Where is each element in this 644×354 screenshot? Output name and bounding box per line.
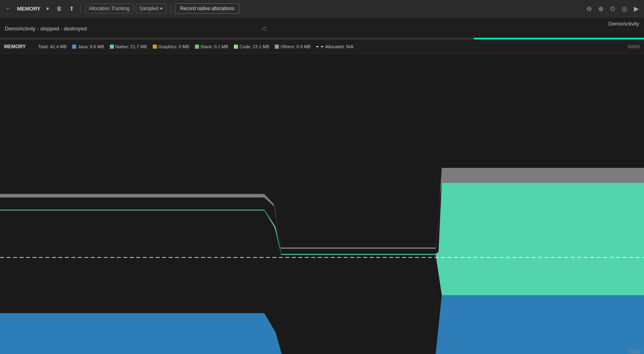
play-button[interactable]: ▶ — [632, 4, 641, 14]
timeline-indicator: ◁ — [261, 25, 266, 32]
stack-label: Stack: 0.1 MB — [201, 44, 228, 49]
legend-stack: Stack: 0.1 MB — [195, 44, 228, 49]
sampled-dropdown[interactable]: Sampled ▾ — [136, 4, 166, 13]
allocated-label: Allocated: N/A — [325, 44, 353, 49]
allocated-dashed-line — [316, 46, 323, 47]
sampled-label: Sampled — [139, 6, 158, 11]
native-color-box — [110, 45, 114, 49]
legend-native: Native: 21.7 MB — [110, 44, 147, 49]
java-label: Java: 6.6 MB — [78, 44, 104, 49]
others-color-box — [275, 45, 279, 49]
code-color-box — [234, 45, 238, 49]
separator-1 — [81, 4, 81, 13]
delete-icon: 🗑 — [56, 5, 62, 12]
zoom-out-icon: ⊖ — [586, 5, 592, 12]
dropdown-arrow[interactable]: ▾ — [44, 4, 51, 13]
export-button[interactable]: ⬆ — [67, 4, 77, 13]
others-label: Others: 0.9 MB — [280, 44, 310, 49]
record-native-button[interactable]: Record native allocations — [175, 3, 240, 14]
separator-2 — [170, 4, 171, 13]
allocation-tracking-button[interactable]: Allocation Tracking — [85, 4, 133, 13]
legend-graphics: Graphics: 0 MB — [153, 44, 189, 49]
back-icon: ← — [6, 5, 11, 12]
zoom-out-button[interactable]: ⊖ — [584, 4, 594, 14]
code-label: Code: 13.1 MB — [240, 44, 269, 49]
chart-area: 48 MB 16 50000 00000 0 50000 — [0, 54, 644, 354]
legend-others: Others: 0.9 MB — [275, 44, 310, 49]
x-right-label: 50000 — [629, 350, 641, 354]
allocation-tracking-label: Allocation Tracking — [89, 6, 130, 11]
demo-activity-right: DemoActivity — [608, 21, 639, 27]
bottom-labels: 50000 — [0, 350, 644, 354]
frame-selection-button[interactable]: ◎ — [620, 4, 629, 14]
record-native-label: Record native allocations — [180, 6, 234, 11]
session-name: DemoActivity - stopped - destroyed — [5, 26, 87, 32]
native-label: Native: 21.7 MB — [116, 44, 147, 49]
dropdown-arrow-icon: ▾ — [160, 6, 163, 11]
frame-selection-icon: ◎ — [622, 5, 627, 12]
reset-zoom-button[interactable]: ⊙ — [608, 4, 617, 14]
main-layout: ← MEMORY ▾ 🗑 ⬆ Allocation Tracking Sampl… — [0, 0, 644, 354]
graphics-label: Graphics: 0 MB — [158, 44, 189, 49]
memory-label: MEMORY — [16, 6, 41, 12]
y-max-label: 50000 — [627, 44, 640, 49]
back-button[interactable]: ← — [3, 4, 14, 13]
delete-button[interactable]: 🗑 — [54, 4, 64, 13]
legend-bar: MEMORY Total: 42.4 MB Java: 6.6 MB Nativ… — [0, 40, 644, 54]
graphics-color-box — [153, 45, 157, 49]
zoom-in-icon: ⊕ — [598, 5, 603, 12]
play-icon: ▶ — [634, 5, 639, 12]
legend-code: Code: 13.1 MB — [234, 44, 269, 49]
java-color-box — [72, 45, 76, 49]
toolbar: ← MEMORY ▾ 🗑 ⬆ Allocation Tracking Sampl… — [0, 0, 644, 17]
session-bar: DemoActivity - stopped - destroyed ◁ Dem… — [0, 17, 644, 40]
absolute-final-svg — [0, 54, 644, 354]
export-icon: ⬆ — [69, 5, 74, 12]
teal-progress-bar — [474, 38, 644, 39]
stack-color-box — [195, 45, 199, 49]
legend-title: MEMORY — [4, 44, 32, 49]
legend-allocated: Allocated: N/A — [316, 44, 353, 49]
legend-java: Java: 6.6 MB — [72, 44, 104, 49]
reset-zoom-icon: ⊙ — [610, 5, 615, 12]
total-label: Total: 42.4 MB — [38, 44, 66, 49]
zoom-in-button[interactable]: ⊕ — [596, 4, 605, 14]
